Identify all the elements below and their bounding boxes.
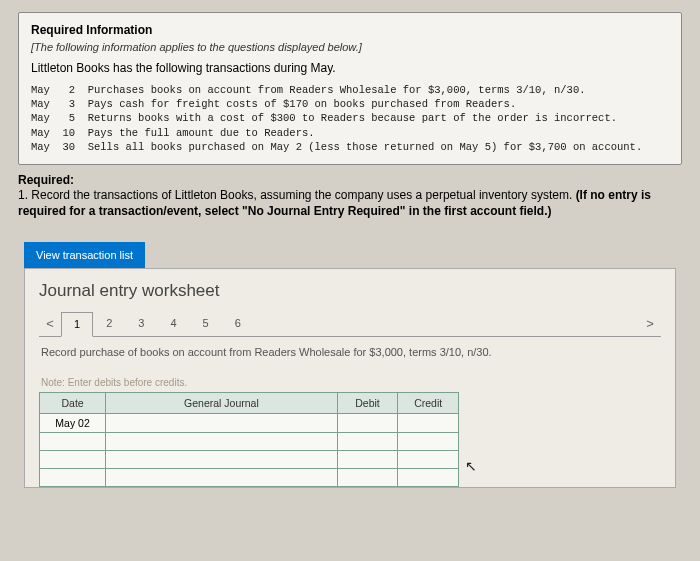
- tab-3[interactable]: 3: [125, 311, 157, 336]
- journal-entry-table: Date General Journal Debit Credit May 02: [39, 392, 459, 487]
- cell-credit[interactable]: [398, 468, 459, 486]
- col-header-general-journal: General Journal: [106, 392, 338, 413]
- view-transaction-list-button[interactable]: View transaction list: [24, 242, 145, 268]
- table-row: [40, 432, 459, 450]
- cell-general-journal[interactable]: [106, 432, 338, 450]
- required-block: Required: 1. Record the transactions of …: [18, 173, 682, 220]
- cell-date[interactable]: May 02: [40, 413, 106, 432]
- tab-6[interactable]: 6: [222, 311, 254, 336]
- entry-instruction: Record purchase of books on account from…: [41, 345, 661, 359]
- table-row: [40, 468, 459, 486]
- tab-2[interactable]: 2: [93, 311, 125, 336]
- cell-date[interactable]: [40, 468, 106, 486]
- cell-general-journal[interactable]: [106, 450, 338, 468]
- cell-general-journal[interactable]: [106, 413, 338, 432]
- tab-1[interactable]: 1: [61, 312, 93, 337]
- cell-credit[interactable]: [398, 450, 459, 468]
- tab-next-button[interactable]: >: [639, 311, 661, 336]
- cell-credit[interactable]: [398, 413, 459, 432]
- tabs-row: < 1 2 3 4 5 6 >: [39, 311, 661, 337]
- required-text: 1. Record the transactions of Littleton …: [18, 188, 576, 202]
- cell-debit[interactable]: [337, 432, 398, 450]
- cell-date[interactable]: [40, 450, 106, 468]
- table-row: May 02: [40, 413, 459, 432]
- required-heading: Required:: [18, 173, 74, 187]
- journal-entry-worksheet: Journal entry worksheet < 1 2 3 4 5 6 > …: [24, 268, 676, 488]
- col-header-debit: Debit: [337, 392, 398, 413]
- tab-5[interactable]: 5: [190, 311, 222, 336]
- info-description: Littleton Books has the following transa…: [31, 61, 669, 75]
- cell-credit[interactable]: [398, 432, 459, 450]
- transaction-lines: May 2 Purchases books on account from Re…: [31, 83, 669, 154]
- cell-debit[interactable]: [337, 468, 398, 486]
- info-subtitle: [The following information applies to th…: [31, 41, 669, 53]
- tab-4[interactable]: 4: [157, 311, 189, 336]
- cell-debit[interactable]: [337, 450, 398, 468]
- col-header-date: Date: [40, 392, 106, 413]
- tab-prev-button[interactable]: <: [39, 311, 61, 336]
- debits-before-credits-note: Note: Enter debits before credits.: [41, 377, 661, 388]
- info-header: Required Information: [31, 23, 669, 37]
- cell-general-journal[interactable]: [106, 468, 338, 486]
- cell-date[interactable]: [40, 432, 106, 450]
- required-information-box: Required Information [The following info…: [18, 12, 682, 165]
- table-row: [40, 450, 459, 468]
- cell-debit[interactable]: [337, 413, 398, 432]
- worksheet-title: Journal entry worksheet: [39, 281, 661, 301]
- col-header-credit: Credit: [398, 392, 459, 413]
